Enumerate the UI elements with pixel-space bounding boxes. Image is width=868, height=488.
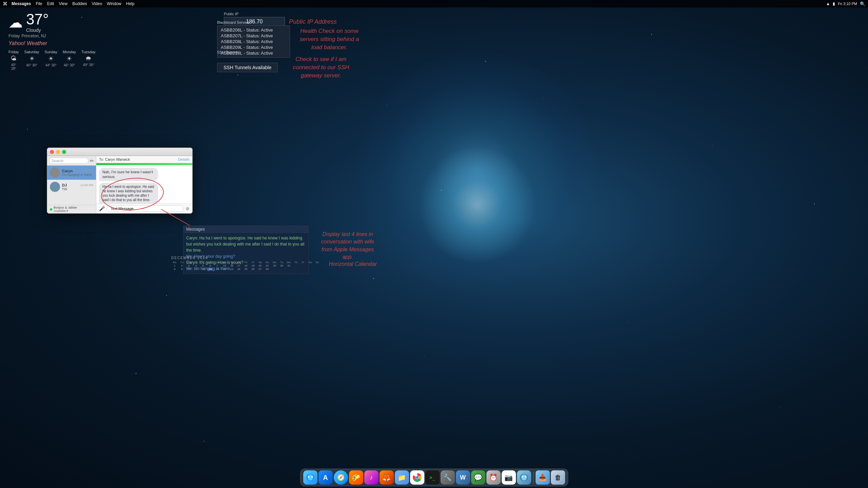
nebula-center [418,145,537,264]
maximize-button[interactable] [62,150,66,154]
cal-d-12: 12 [200,268,207,271]
audio-icon[interactable]: 🎤 [99,206,105,211]
star [27,129,28,130]
ssh-widget: SSH Tunnels SSH Tunnels Available Check … [217,50,370,79]
svg-point-2 [308,474,313,481]
cal-month-1: Mo Tu We Th Fr Sa Su 1 2 3 4 5 6 7 8 [171,261,220,271]
dock-downloads[interactable]: 📥 [536,470,550,485]
dock-folder[interactable]: 📁 [395,470,409,485]
server-row-2: ASBB208L - Status: Active [217,39,290,44]
menubar-battery-icon: ▮ [833,1,835,6]
attach-icon[interactable]: ⊕ [186,206,190,211]
weather-widget: ☁ 37° Cloudy Friday Princeton, NJ Yahoo!… [8,12,90,71]
weather-main: ☁ 37° Cloudy [8,12,90,33]
menubar-help[interactable]: Help [126,1,135,6]
forecast-saturday: Saturday ☀ 40° 30° [24,50,39,71]
bubble-0: Nah, I'm sure he knew I wasn't serious. [99,168,158,181]
star [543,98,543,99]
menubar-wifi-icon: ▲ [826,1,830,6]
dock-finder2[interactable] [517,470,531,485]
weather-day: Friday [8,34,20,38]
messages-search-area: Search ✏ [47,156,96,165]
forecast-monday: Monday ☀ 46° 30° [63,50,76,71]
star [441,190,442,191]
server-row-0: ASBB206L - Status: Active [217,27,290,33]
dj-preview: Hal [62,187,93,191]
search-box[interactable]: Search [49,158,89,164]
cal-h-fr: Fr [200,261,207,264]
cal-month-3: Mo Tu We Th Fr Sa Su 29 30 31 [271,261,321,271]
menubar-search-icon[interactable]: 🔍 [860,1,865,6]
caryn-avatar [50,168,60,178]
menubar-time: Fri 3:10 PM [838,2,857,6]
cal-d-5: 5 [200,264,207,267]
calendar-grid: Mo Tu We Th Fr Sa Su 1 2 3 4 5 6 7 8 [171,261,321,271]
cal-d-4: 4 [193,264,199,267]
dock-finder[interactable] [303,470,317,485]
dock-app4[interactable]: 🌮 [349,470,363,485]
apple-menu[interactable]: ⌘ [3,1,7,6]
cal-d-15: 15 [221,264,228,267]
menubar-view[interactable]: View [59,1,67,6]
dj-time: 12:06 PM [80,183,93,187]
cal-h-sa: Sa [207,261,214,264]
minimize-button[interactable] [56,150,60,154]
availability-status[interactable]: Available ▾ [54,209,77,213]
menubar-edit[interactable]: Edit [47,1,54,6]
messages-body: Search ✏ Caryn 2:48 PM I'm hanging in th… [47,156,192,213]
conversation-dj[interactable]: DJ 12:06 PM Hal [47,180,96,194]
conversation-caryn[interactable]: Caryn 2:48 PM I'm hanging in there. [47,165,96,180]
dock-wiki[interactable]: W [456,470,470,485]
dock-terminal[interactable]: >_ [425,470,440,485]
dock-itunes[interactable]: ♪ [364,470,379,485]
dock-photos[interactable]: 📷 [502,470,516,485]
calendar-description: Horizontal Calendar [326,260,380,268]
caryn-time: 2:48 PM [82,169,93,173]
cal-d-16: 16 [228,264,235,267]
menubar-video[interactable]: Video [92,1,102,6]
ip-label: Public IP [224,12,377,16]
menubar-file[interactable]: File [36,1,42,6]
star [780,407,780,407]
server-row-1: ASBB207L - Status: Active [217,33,290,39]
menubar-window[interactable]: Window [107,1,121,6]
dock-separator [533,472,534,484]
star [166,295,167,296]
cal-days-2: 15 16 17 18 19 20 21 22 23 24 25 26 27 2… [221,264,270,271]
bonjour-label: Bonjour & Jabber Available ▾ [54,206,77,213]
dock-timemachine[interactable]: ⏰ [486,470,501,485]
ssh-button[interactable]: SSH Tunnels Available [217,63,278,72]
weather-source: Yahoo! Weather [8,40,90,46]
bonjour-status: Bonjour & Jabber Available ▾ [50,206,77,213]
compose-icon[interactable]: ✏ [90,158,94,163]
cal-d-19: 19 [250,264,256,267]
recipient-name: Caryn Warwick [105,157,130,161]
ssh-box: SSH Tunnels Available Check to see if I … [217,55,370,79]
close-button[interactable] [50,150,54,154]
dock-trash[interactable]: 🗑 [551,470,565,485]
details-button[interactable]: Details [178,157,190,161]
star [577,254,577,255]
cal-d-1: 1 [171,264,178,267]
forecast-monday-temps: 46° 30° [63,63,76,67]
dock-appstore[interactable]: A [319,470,333,485]
cal-h-th: Th [193,261,199,264]
dock-chrome[interactable] [410,470,424,485]
weather-condition: Cloudy [26,27,49,33]
star [628,322,628,323]
cal-d-31: 31 [285,264,292,267]
dock-adium[interactable]: 💬 [471,470,485,485]
cal-h3-th: Th [292,261,299,264]
message-input[interactable]: Text Message [107,205,184,212]
dock-tools[interactable]: 🔧 [441,470,455,485]
cal-h2-we: We [235,261,242,264]
star [136,373,136,374]
menubar-buddies[interactable]: Buddies [72,1,87,6]
cal-h2-fr: Fr [250,261,256,264]
dock-firefox[interactable]: 🦊 [380,470,394,485]
forecast-tuesday-temps: 49° 36° [81,63,96,67]
messages-window: Search ✏ Caryn 2:48 PM I'm hanging in th… [47,148,193,214]
dock-safari[interactable]: 🧭 [334,470,348,485]
calendar-title: DECEMBER 2014 [171,256,321,260]
menubar-app[interactable]: Messages [12,1,31,6]
